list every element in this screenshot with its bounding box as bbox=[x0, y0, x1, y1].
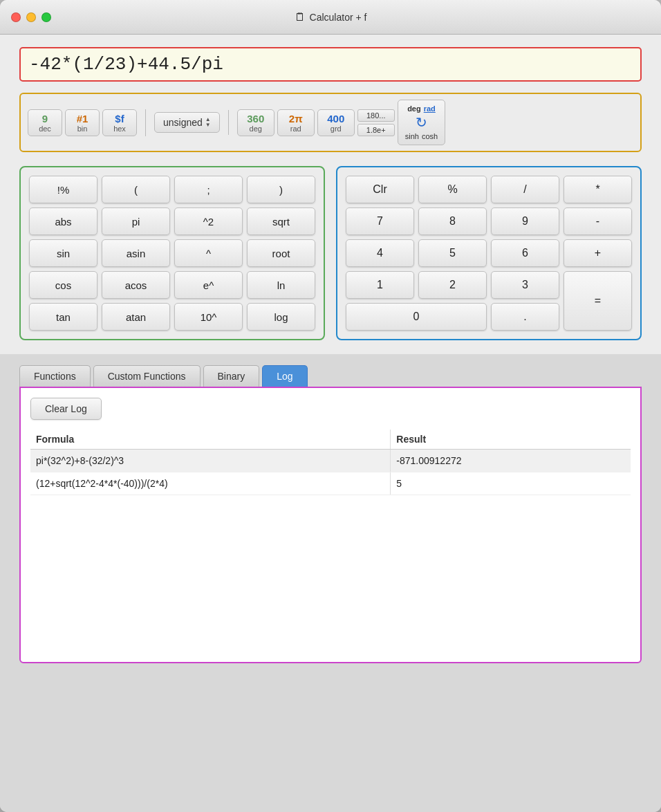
num-btn-x[interactable]: / bbox=[491, 176, 559, 203]
sci-btn-acos[interactable]: acos bbox=[102, 271, 170, 299]
numeric-pad: Clr%/*789-456+123=0. bbox=[336, 166, 642, 340]
sci-btn-[interactable]: ( bbox=[102, 176, 170, 203]
sci-btn-atan[interactable]: atan bbox=[102, 303, 170, 331]
rad-button[interactable]: 2π rad bbox=[277, 109, 315, 136]
display-wrapper bbox=[19, 47, 642, 82]
num-btn-9[interactable]: 9 bbox=[491, 207, 559, 235]
sci-btn-[interactable]: ) bbox=[247, 176, 315, 203]
number-base-group: 9 dec #1 bin $f hex bbox=[28, 109, 146, 136]
rotate-icon: ↻ bbox=[416, 114, 427, 131]
tab-custom-functions[interactable]: Custom Functions bbox=[93, 365, 201, 387]
num-btn-0[interactable]: 0 bbox=[346, 303, 487, 331]
num-btn-x[interactable]: - bbox=[564, 207, 632, 235]
bottom-panel: FunctionsCustom FunctionsBinaryLog Clear… bbox=[0, 354, 661, 812]
keypad-area: !%(;)abspi^2sqrtsinasin^rootcosacose^lnt… bbox=[19, 166, 642, 340]
sci-btn-root[interactable]: root bbox=[247, 239, 315, 267]
minimize-button[interactable] bbox=[26, 12, 36, 22]
num-btn-6[interactable]: 6 bbox=[491, 239, 559, 267]
180-button[interactable]: 180... bbox=[357, 109, 395, 122]
num-btn-x[interactable]: + bbox=[564, 239, 632, 267]
num-btn-3[interactable]: 3 bbox=[491, 271, 559, 299]
sci-btn-[interactable]: ^ bbox=[174, 239, 243, 267]
sci-btn-abs[interactable]: abs bbox=[29, 207, 97, 235]
titlebar: 🗒 Calculator + f bbox=[0, 0, 661, 35]
trig-mode-button[interactable]: deg rad ↻ sinh cosh bbox=[398, 100, 445, 145]
num-btn-2[interactable]: 2 bbox=[418, 271, 487, 299]
close-button[interactable] bbox=[11, 12, 21, 22]
log-table: Formula Result pi*(32^2)+8-(32/2)^3-871.… bbox=[30, 430, 631, 495]
num-btn-x[interactable]: = bbox=[564, 271, 632, 331]
1-8e-button[interactable]: 1.8e+ bbox=[357, 124, 395, 136]
hex-button[interactable]: $f hex bbox=[102, 109, 137, 136]
sci-btn-sqrt[interactable]: sqrt bbox=[247, 207, 315, 235]
log-row: pi*(32^2)+8-(32/2)^3-871.00912272 bbox=[30, 450, 631, 472]
toolbar-separator bbox=[228, 110, 229, 135]
bin-button[interactable]: #1 bin bbox=[65, 109, 100, 136]
num-btn-5[interactable]: 5 bbox=[418, 239, 487, 267]
angle-mode-group: 360 deg 2π rad 400 grd 180... 1.8e+ bbox=[237, 100, 445, 145]
log-result: 5 bbox=[391, 472, 631, 495]
small-buttons-group: 180... 1.8e+ bbox=[357, 109, 395, 136]
sci-btn-ln[interactable]: ln bbox=[247, 271, 315, 299]
window-title: 🗒 Calculator + f bbox=[295, 11, 367, 24]
formula-header: Formula bbox=[30, 430, 391, 450]
calc-body: 9 dec #1 bin $f hex unsigned ▲▼ bbox=[0, 35, 661, 354]
dec-button[interactable]: 9 dec bbox=[28, 109, 62, 136]
sci-btn-[interactable]: ; bbox=[174, 176, 243, 203]
sci-btn-cos[interactable]: cos bbox=[29, 271, 97, 299]
num-btn-x[interactable]: * bbox=[564, 176, 632, 203]
tabs-row: FunctionsCustom FunctionsBinaryLog bbox=[19, 354, 642, 387]
grd-button[interactable]: 400 grd bbox=[317, 109, 355, 136]
maximize-button[interactable] bbox=[41, 12, 51, 22]
display-input[interactable] bbox=[29, 54, 632, 75]
num-btn-4[interactable]: 4 bbox=[346, 239, 414, 267]
log-formula: (12+sqrt(12^2-4*4*(-40)))/(2*4) bbox=[30, 472, 391, 495]
log-result: -871.00912272 bbox=[391, 450, 631, 472]
num-btn-1[interactable]: 1 bbox=[346, 271, 414, 299]
calculator-window: 🗒 Calculator + f 9 dec #1 bin $f bbox=[0, 0, 661, 812]
sci-btn-[interactable]: !% bbox=[29, 176, 97, 203]
num-btn-Clr[interactable]: Clr bbox=[346, 176, 414, 203]
clear-log-button[interactable]: Clear Log bbox=[30, 398, 102, 420]
toolbar: 9 dec #1 bin $f hex unsigned ▲▼ bbox=[19, 93, 642, 152]
sci-btn-pi[interactable]: pi bbox=[102, 207, 170, 235]
sci-btn-log[interactable]: log bbox=[247, 303, 315, 331]
tab-functions[interactable]: Functions bbox=[19, 365, 91, 387]
sci-btn-asin[interactable]: asin bbox=[102, 239, 170, 267]
scientific-pad: !%(;)abspi^2sqrtsinasin^rootcosacose^lnt… bbox=[19, 166, 325, 340]
log-row: (12+sqrt(12^2-4*4*(-40)))/(2*4)5 bbox=[30, 472, 631, 495]
unsigned-selector[interactable]: unsigned ▲▼ bbox=[154, 112, 220, 133]
result-header: Result bbox=[391, 430, 631, 450]
log-panel: Clear Log Formula Result pi*(32^2)+8-(32… bbox=[19, 387, 642, 663]
num-btn-8[interactable]: 8 bbox=[418, 207, 487, 235]
deg-button[interactable]: 360 deg bbox=[237, 109, 274, 136]
sci-btn-10[interactable]: 10^ bbox=[174, 303, 243, 331]
unsigned-arrows-icon: ▲▼ bbox=[205, 117, 211, 128]
num-btn-7[interactable]: 7 bbox=[346, 207, 414, 235]
tab-log[interactable]: Log bbox=[262, 365, 307, 387]
sci-btn-e[interactable]: e^ bbox=[174, 271, 243, 299]
num-btn-x[interactable]: . bbox=[491, 303, 559, 331]
sci-btn-2[interactable]: ^2 bbox=[174, 207, 243, 235]
tab-binary[interactable]: Binary bbox=[203, 365, 260, 387]
sci-btn-sin[interactable]: sin bbox=[29, 239, 97, 267]
num-btn-x[interactable]: % bbox=[418, 176, 487, 203]
sci-btn-tan[interactable]: tan bbox=[29, 303, 97, 331]
traffic-lights bbox=[11, 12, 51, 22]
log-formula: pi*(32^2)+8-(32/2)^3 bbox=[30, 450, 391, 472]
calculator-icon: 🗒 bbox=[295, 11, 306, 24]
